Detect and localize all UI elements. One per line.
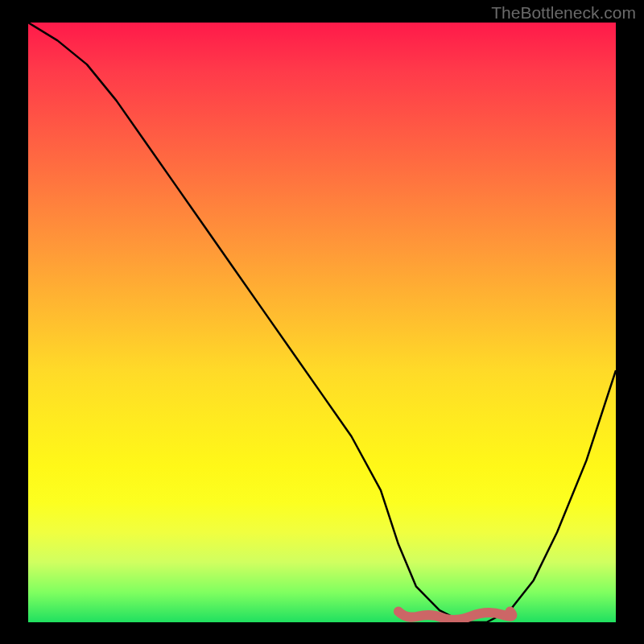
watermark-text: TheBottleneck.com: [491, 3, 636, 23]
bottleneck-curve-line: [28, 23, 616, 622]
chart-plot-area: [28, 23, 616, 622]
minimum-marker: [398, 612, 512, 621]
chart-svg: [28, 23, 616, 622]
